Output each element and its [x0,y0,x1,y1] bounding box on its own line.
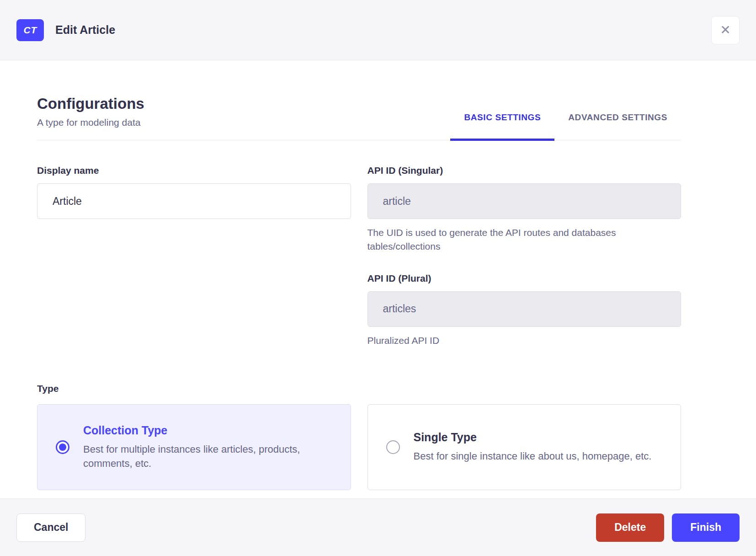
modal-header-left: CT Edit Article [16,19,115,41]
single-type-title: Single Type [414,431,652,444]
page-title: Configurations [37,95,144,112]
api-id-plural-label: API ID (Plural) [367,273,681,284]
api-id-column: API ID (Singular) The UID is used to gen… [367,165,681,348]
display-name-field: Display name [37,165,351,348]
edit-article-modal: CT Edit Article ✕ Configurations A type … [0,0,756,556]
single-type-option[interactable]: Single Type Best for single instance lik… [367,404,681,490]
modal-body: Configurations A type for modeling data … [0,60,756,490]
display-name-input[interactable] [37,183,351,219]
api-id-plural-hint: Pluralized API ID [367,334,681,348]
footer-actions: Delete Finish [596,513,740,542]
cancel-button[interactable]: Cancel [16,513,85,542]
collection-type-title: Collection Type [83,424,332,437]
page-subtitle: A type for modeling data [37,117,144,128]
tab-advanced-settings[interactable]: ADVANCED SETTINGS [554,112,681,140]
settings-tabs: BASIC SETTINGS ADVANCED SETTINGS [450,112,681,140]
single-type-text: Single Type Best for single instance lik… [414,431,652,464]
api-id-singular-input [367,183,681,219]
single-type-description: Best for single instance like about us, … [414,449,652,464]
collection-type-text: Collection Type Best for multiple instan… [83,424,332,471]
api-id-singular-label: API ID (Singular) [367,165,681,176]
display-name-label: Display name [37,165,351,176]
tab-basic-settings[interactable]: BASIC SETTINGS [450,112,554,140]
collection-type-description: Best for multiple instances like article… [83,443,332,471]
modal-header: CT Edit Article ✕ [0,0,756,60]
type-section: Type Collection Type Best for multiple i… [37,383,681,490]
modal-title: Edit Article [55,23,115,37]
close-icon: ✕ [720,24,730,37]
delete-button[interactable]: Delete [596,513,664,542]
content-type-badge: CT [16,19,44,41]
api-id-singular-hint: The UID is used to generate the API rout… [367,226,681,254]
configurations-header-row: Configurations A type for modeling data … [37,95,681,140]
radio-selected-icon[interactable] [56,440,69,454]
fields-grid: Display name API ID (Singular) The UID i… [37,165,681,348]
radio-unselected-icon[interactable] [386,440,400,454]
collection-type-option[interactable]: Collection Type Best for multiple instan… [37,404,351,490]
api-id-singular-field: API ID (Singular) The UID is used to gen… [367,165,681,254]
close-button[interactable]: ✕ [711,16,740,44]
finish-button[interactable]: Finish [672,513,740,542]
configurations-heading-block: Configurations A type for modeling data [37,95,144,140]
type-cards: Collection Type Best for multiple instan… [37,404,681,490]
api-id-plural-field: API ID (Plural) Pluralized API ID [367,273,681,348]
modal-footer: Cancel Delete Finish [0,498,756,556]
type-label: Type [37,383,681,394]
api-id-plural-input [367,291,681,327]
